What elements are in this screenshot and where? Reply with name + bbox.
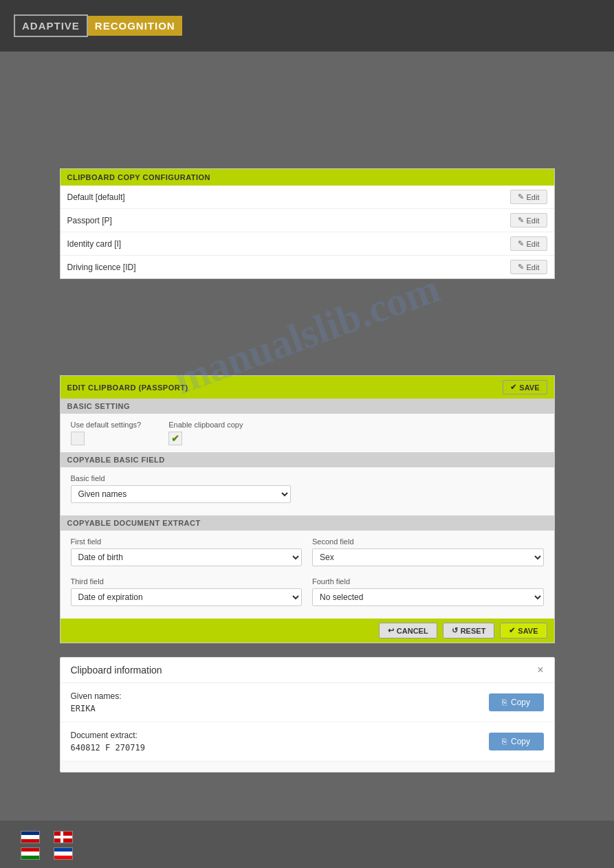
given-names-label: Given names:	[71, 691, 122, 701]
flag-group-right	[54, 831, 73, 860]
bottom-spacer-info	[61, 761, 554, 772]
top-spacer	[0, 65, 614, 168]
enable-clipboard-checkbox[interactable]: ✔	[168, 432, 182, 445]
edit-button-passport[interactable]: ✎ Edit	[510, 213, 547, 227]
setting-row: Use default settings? Enable clipboard c…	[71, 421, 544, 445]
third-field-label: Third field	[71, 577, 303, 586]
config-row-default: Default [default] ✎ Edit	[61, 186, 554, 209]
cancel-label: CANCEL	[397, 627, 428, 635]
copy-label-2: Copy	[511, 737, 530, 746]
watermark-area: manualslib.com	[0, 293, 614, 375]
copy-button-given-names[interactable]: ⎘ Copy	[489, 693, 544, 711]
flag-hu[interactable]	[21, 847, 40, 860]
config-label-driving: Driving licence [ID]	[67, 263, 136, 272]
flag-group-left	[21, 831, 40, 860]
clipboard-config-header: CLIPBOARD COPY CONFIGURATION	[61, 169, 554, 186]
copy-icon-1: ⎘	[502, 698, 507, 707]
third-field-row: Third field No selected Given names Surn…	[71, 577, 303, 606]
fourth-field-row: Fourth field No selected Given names Sur…	[312, 577, 544, 606]
edit-button-identity[interactable]: ✎ Edit	[510, 236, 547, 251]
reset-icon: ↺	[452, 626, 458, 635]
config-row-driving: Driving licence [ID] ✎ Edit	[61, 256, 554, 278]
edit-button-driving[interactable]: ✎ Edit	[510, 260, 547, 274]
edit-button-default[interactable]: ✎ Edit	[510, 190, 547, 204]
logo-recognition: RECOGNITION	[88, 16, 182, 36]
flag-dk[interactable]	[54, 831, 73, 843]
close-icon: ×	[537, 664, 543, 676]
fourth-field-select[interactable]: No selected Given names Surname Date of …	[312, 588, 544, 606]
clipboard-info-panel: Clipboard information × Given names: ERI…	[60, 657, 555, 772]
clipboard-config-wrapper: CLIPBOARD COPY CONFIGURATION Default [de…	[60, 168, 555, 279]
third-field-select[interactable]: No selected Given names Surname Date of …	[71, 588, 303, 606]
close-button[interactable]: ×	[537, 665, 543, 676]
flag-si[interactable]	[54, 847, 73, 860]
config-label-identity: Identity card [I]	[67, 239, 122, 249]
basic-setting-body: Use default settings? Enable clipboard c…	[61, 414, 554, 452]
main-content: CLIPBOARD COPY CONFIGURATION Default [de…	[0, 52, 614, 821]
copyable-basic-title: COPYABLE BASIC FIELD	[67, 456, 165, 464]
document-extract-value: 640812 F 270719	[71, 743, 145, 753]
first-field-select[interactable]: No selected Given names Surname Date of …	[71, 548, 303, 566]
reset-label: RESET	[461, 627, 486, 635]
basic-field-select[interactable]: Given names Surname Document number Date…	[71, 485, 291, 503]
action-bar: ↩ CANCEL ↺ RESET ✔ SAVE	[61, 619, 554, 643]
edit-label-driving: Edit	[527, 263, 540, 271]
edit-icon-default: ✎	[518, 192, 524, 201]
first-field-row: First field No selected Given names Surn…	[71, 537, 303, 566]
doc-extract-fields-top: First field No selected Given names Surn…	[71, 537, 544, 572]
clipboard-config-panel: CLIPBOARD COPY CONFIGURATION Default [de…	[60, 168, 555, 279]
first-field-label: First field	[71, 537, 303, 546]
save-label-bottom: SAVE	[518, 627, 538, 635]
edit-icon-identity: ✎	[518, 239, 524, 248]
edit-icon-passport: ✎	[518, 216, 524, 225]
clipboard-info-wrapper: Clipboard information × Given names: ERI…	[60, 657, 555, 772]
save-button-top[interactable]: ✔ SAVE	[503, 380, 547, 394]
enable-clipboard-label: Enable clipboard copy	[168, 421, 243, 429]
copyable-doc-header: COPYABLE DOCUMENT EXTRACT	[61, 515, 554, 531]
edit-clipboard-title: EDIT CLIPBOARD (PASSPORT)	[67, 383, 188, 392]
config-label-default: Default [default]	[67, 192, 125, 202]
logo-adaptive: ADAPTIVE	[14, 14, 88, 37]
reset-button[interactable]: ↺ RESET	[443, 623, 495, 638]
basic-field-label: Basic field	[71, 474, 544, 482]
given-names-value: ERIKA	[71, 704, 122, 713]
document-extract-info: Document extract: 640812 F 270719	[71, 731, 145, 753]
cancel-button[interactable]: ↩ CANCEL	[379, 623, 437, 638]
doc-extract-fields-bottom: Third field No selected Given names Surn…	[71, 577, 544, 612]
basic-setting-title: BASIC SETTING	[67, 402, 130, 410]
use-default-checkbox[interactable]	[71, 432, 85, 445]
copy-label-1: Copy	[511, 698, 530, 707]
save-button-bottom[interactable]: ✔ SAVE	[500, 623, 547, 638]
copyable-doc-title: COPYABLE DOCUMENT EXTRACT	[67, 519, 201, 527]
document-extract-label: Document extract:	[71, 731, 145, 740]
edit-clipboard-wrapper: EDIT CLIPBOARD (PASSPORT) ✔ SAVE BASIC S…	[60, 375, 555, 643]
basic-setting-header: BASIC SETTING	[61, 399, 554, 414]
bottom-spacer	[0, 786, 614, 807]
flag-en[interactable]	[21, 831, 40, 843]
use-default-setting: Use default settings?	[71, 421, 142, 445]
edit-icon-driving: ✎	[518, 263, 524, 271]
edit-clipboard-panel: EDIT CLIPBOARD (PASSPORT) ✔ SAVE BASIC S…	[60, 375, 555, 643]
checkmark-icon-top: ✔	[510, 383, 516, 392]
clipboard-config-title: CLIPBOARD COPY CONFIGURATION	[67, 173, 211, 181]
copyable-basic-header: COPYABLE BASIC FIELD	[61, 452, 554, 467]
document-extract-row: Document extract: 640812 F 270719 ⎘ Copy	[61, 722, 554, 761]
copyable-doc-body: First field No selected Given names Surn…	[61, 531, 554, 619]
enable-clipboard-setting: Enable clipboard copy ✔	[168, 421, 243, 445]
use-default-label: Use default settings?	[71, 421, 142, 429]
second-field-select[interactable]: No selected Given names Surname Date of …	[312, 548, 544, 566]
edit-label-identity: Edit	[527, 240, 540, 248]
logo: ADAPTIVERECOGNITION	[14, 14, 182, 37]
fourth-field-label: Fourth field	[312, 577, 544, 586]
config-row-passport: Passport [P] ✎ Edit	[61, 209, 554, 232]
edit-label-passport: Edit	[527, 216, 540, 225]
header: ADAPTIVERECOGNITION	[0, 0, 614, 52]
save-label-top: SAVE	[519, 383, 539, 392]
copyable-basic-body: Basic field Given names Surname Document…	[61, 467, 554, 515]
copy-button-document-extract[interactable]: ⎘ Copy	[489, 733, 544, 750]
second-field-row: Second field No selected Given names Sur…	[312, 537, 544, 566]
given-names-row: Given names: ERIKA ⎘ Copy	[61, 683, 554, 722]
edit-clipboard-header: EDIT CLIPBOARD (PASSPORT) ✔ SAVE	[61, 376, 554, 399]
footer	[0, 821, 614, 868]
edit-label-default: Edit	[527, 193, 540, 201]
